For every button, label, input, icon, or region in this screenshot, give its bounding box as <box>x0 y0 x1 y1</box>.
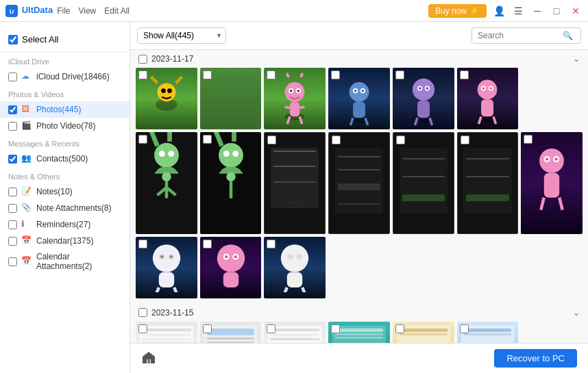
thumb-checkbox[interactable] <box>203 324 212 333</box>
photo-thumb[interactable] <box>328 132 390 235</box>
thumb-checkbox[interactable] <box>524 135 532 144</box>
photo-thumb[interactable] <box>393 322 454 343</box>
sidebar-item-photos[interactable]: 🖼 Photos(445) <box>0 101 130 118</box>
contacts-checkbox[interactable] <box>8 155 17 164</box>
sidebar-item-contacts[interactable]: 👥 Contacts(500) <box>0 151 130 167</box>
cal-att-checkbox[interactable] <box>8 257 17 266</box>
screenshot-content <box>463 148 511 214</box>
date-group-1-checkbox[interactable] <box>138 55 147 64</box>
section-messages-label: Messages & Recents <box>0 134 130 151</box>
svg-rect-81 <box>287 272 302 287</box>
thumb-checkbox[interactable] <box>395 324 404 333</box>
photo-thumb[interactable] <box>457 132 519 235</box>
thumb-checkbox[interactable] <box>203 70 212 79</box>
select-all-bar: Select All <box>0 27 130 52</box>
photo-thumb[interactable] <box>457 68 519 129</box>
photo-thumb[interactable] <box>393 68 454 129</box>
svg-line-42 <box>479 116 482 124</box>
svg-point-30 <box>419 87 421 90</box>
photo-thumb[interactable] <box>200 237 262 298</box>
photo-grid-1-1 <box>136 68 583 129</box>
thumb-checkbox[interactable] <box>138 70 147 79</box>
photo-thumb[interactable] <box>264 68 326 129</box>
photo-thumb[interactable] <box>200 132 262 235</box>
photo-thumb[interactable] <box>200 68 262 129</box>
photo-thumb[interactable]: · · · <box>264 132 326 235</box>
icloud-drive-checkbox[interactable] <box>8 73 17 81</box>
collapse-button-1[interactable]: ⌄ <box>573 54 580 64</box>
thumb-checkbox[interactable] <box>461 136 469 144</box>
reminders-checkbox[interactable] <box>8 220 17 229</box>
content-area: Show All(445) Selected Unselected 🔍 2023… <box>130 22 588 373</box>
user-icon[interactable]: 👤 <box>492 4 506 18</box>
maximize-button[interactable]: □ <box>550 4 563 18</box>
sidebar-item-notes[interactable]: 📝 Notes(10) <box>0 183 130 200</box>
photos-label: Photos(445) <box>36 105 121 114</box>
contacts-label: Contacts(500) <box>36 154 121 164</box>
nav-edit-all[interactable]: Edit All <box>104 6 130 16</box>
thumb-checkbox[interactable] <box>203 135 212 144</box>
thumb-checkbox[interactable] <box>396 136 405 144</box>
photo-area[interactable]: 2023-11-17 ⌄ <box>130 50 588 343</box>
thumb-checkbox[interactable] <box>203 240 212 248</box>
notes-checkbox[interactable] <box>8 188 17 196</box>
svg-point-45 <box>159 151 165 157</box>
thumb-checkbox[interactable] <box>460 324 469 333</box>
photo-thumb[interactable] <box>521 132 583 235</box>
buy-now-button[interactable]: Buy now ⚡ <box>428 4 487 18</box>
sidebar-item-note-attachments[interactable]: 📎 Note Attachments(8) <box>0 200 130 216</box>
photo-thumb[interactable] <box>136 322 197 343</box>
thumb-checkbox[interactable] <box>331 324 340 333</box>
recover-button[interactable]: Recover to PC <box>494 349 577 368</box>
sidebar-item-photo-video[interactable]: 🎬 Photo Video(78) <box>0 118 130 134</box>
thumb-checkbox[interactable] <box>395 70 404 79</box>
nav-view[interactable]: View <box>78 6 96 16</box>
svg-point-54 <box>226 172 235 181</box>
select-all-checkbox[interactable] <box>8 35 18 44</box>
screenshot-preview <box>332 326 386 343</box>
sidebar-item-calendar-attachments[interactable]: 📅 Calendar Attachments(2) <box>0 249 130 274</box>
app-body: Select All iCloud Drive ☁ iCloud Drive(1… <box>0 22 588 373</box>
sidebar-item-calendar[interactable]: 📅 Calendar(1375) <box>0 233 130 249</box>
thumb-checkbox[interactable] <box>267 70 275 79</box>
minimize-button[interactable]: ─ <box>530 4 544 18</box>
close-button[interactable]: ✕ <box>569 4 583 18</box>
screenshot-btn <box>338 183 380 190</box>
photo-thumb[interactable] <box>457 322 519 343</box>
thumb-checkbox[interactable] <box>332 136 341 144</box>
photo-thumb[interactable] <box>136 237 197 298</box>
thumb-checkbox[interactable] <box>138 240 147 248</box>
thumb-checkbox[interactable] <box>267 240 275 248</box>
search-input[interactable] <box>478 31 560 40</box>
photo-thumb[interactable] <box>264 322 326 343</box>
date-header-left-2: 2023-11-15 <box>138 308 193 318</box>
photo-grid-1-3 <box>136 237 583 298</box>
photo-thumb[interactable] <box>328 322 390 343</box>
thumb-checkbox[interactable] <box>267 136 276 144</box>
photo-video-checkbox[interactable] <box>8 122 17 131</box>
photo-thumb[interactable] <box>200 322 262 343</box>
thumb-checkbox[interactable] <box>331 70 340 79</box>
filter-select[interactable]: Show All(445) Selected Unselected <box>137 27 226 44</box>
thumb-checkbox[interactable] <box>138 324 147 333</box>
photo-thumb[interactable] <box>136 132 197 235</box>
thumb-checkbox[interactable] <box>138 135 147 144</box>
sidebar-item-reminders[interactable]: ℹ Reminders(27) <box>0 216 130 233</box>
thumb-checkbox[interactable] <box>460 70 469 79</box>
date-group-2: 2023-11-15 ⌄ <box>136 304 583 343</box>
photo-thumb[interactable] <box>264 237 326 298</box>
home-button[interactable] <box>141 350 156 367</box>
photo-thumb[interactable] <box>136 68 197 129</box>
menu-icon[interactable]: ☰ <box>511 4 525 18</box>
photos-checkbox[interactable] <box>8 105 17 114</box>
sidebar-item-icloud-drive[interactable]: ☁ iCloud Drive(18466) <box>0 68 130 85</box>
collapse-button-2[interactable]: ⌄ <box>573 308 580 318</box>
calendar-checkbox[interactable] <box>8 237 17 246</box>
note-att-checkbox[interactable] <box>8 204 17 213</box>
buy-now-label: Buy now <box>435 6 467 16</box>
photo-thumb[interactable] <box>328 68 390 129</box>
nav-file[interactable]: File <box>57 6 70 16</box>
date-group-2-checkbox[interactable] <box>138 308 147 317</box>
photo-thumb[interactable] <box>393 132 454 235</box>
thumb-checkbox[interactable] <box>267 324 275 333</box>
